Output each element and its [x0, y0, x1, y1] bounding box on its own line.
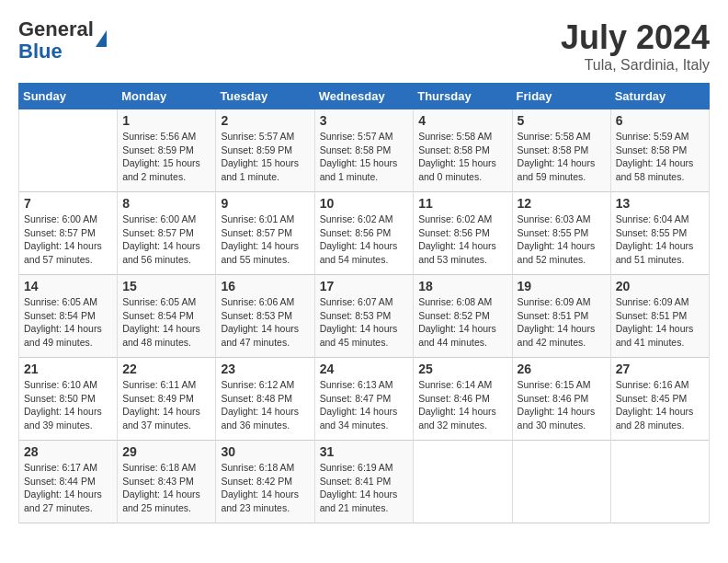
month-title: July 2024: [561, 18, 710, 57]
day-number: 23: [221, 362, 309, 376]
day-number: 8: [122, 196, 210, 211]
day-info: Sunrise: 6:17 AMSunset: 8:44 PMDaylight:…: [24, 461, 112, 515]
day-info: Sunrise: 6:01 AMSunset: 8:57 PMDaylight:…: [221, 213, 309, 267]
day-cell: 31 Sunrise: 6:19 AMSunset: 8:41 PMDaylig…: [314, 441, 414, 523]
day-number: 30: [221, 444, 309, 459]
day-cell: [19, 109, 118, 192]
day-number: 12: [518, 196, 606, 211]
day-info: Sunrise: 6:09 AMSunset: 8:51 PMDaylight:…: [616, 295, 704, 350]
day-number: 20: [616, 279, 704, 293]
day-cell: 20 Sunrise: 6:09 AMSunset: 8:51 PMDaylig…: [610, 275, 709, 358]
day-cell: 12 Sunrise: 6:03 AMSunset: 8:55 PMDaylig…: [512, 192, 610, 275]
day-cell: 7 Sunrise: 6:00 AMSunset: 8:57 PMDayligh…: [19, 192, 118, 275]
day-number: 9: [221, 196, 309, 211]
day-cell: 24 Sunrise: 6:13 AMSunset: 8:47 PMDaylig…: [314, 358, 414, 441]
day-cell: [414, 441, 512, 523]
day-number: 2: [221, 113, 309, 128]
header-monday: Monday: [118, 84, 216, 109]
day-number: 10: [320, 196, 409, 211]
day-cell: 1 Sunrise: 5:56 AMSunset: 8:59 PMDayligh…: [118, 109, 216, 192]
day-number: 11: [418, 196, 506, 211]
header-tuesday: Tuesday: [216, 84, 314, 109]
day-number: 4: [418, 113, 506, 128]
day-info: Sunrise: 5:57 AMSunset: 8:59 PMDaylight:…: [221, 130, 309, 184]
day-cell: 22 Sunrise: 6:11 AMSunset: 8:49 PMDaylig…: [118, 358, 216, 441]
day-number: 13: [616, 196, 704, 211]
day-info: Sunrise: 6:08 AMSunset: 8:52 PMDaylight:…: [418, 295, 506, 350]
header-wednesday: Wednesday: [314, 84, 414, 109]
day-info: Sunrise: 6:00 AMSunset: 8:57 PMDaylight:…: [24, 213, 112, 267]
day-info: Sunrise: 5:58 AMSunset: 8:58 PMDaylight:…: [418, 130, 506, 184]
day-info: Sunrise: 5:59 AMSunset: 8:58 PMDaylight:…: [616, 130, 704, 184]
day-info: Sunrise: 6:04 AMSunset: 8:55 PMDaylight:…: [616, 213, 704, 267]
day-info: Sunrise: 5:57 AMSunset: 8:58 PMDaylight:…: [320, 130, 409, 184]
day-number: 31: [320, 444, 409, 459]
day-info: Sunrise: 6:19 AMSunset: 8:41 PMDaylight:…: [320, 461, 409, 515]
day-cell: 25 Sunrise: 6:14 AMSunset: 8:46 PMDaylig…: [414, 358, 512, 441]
day-cell: 4 Sunrise: 5:58 AMSunset: 8:58 PMDayligh…: [414, 109, 512, 192]
day-cell: 10 Sunrise: 6:02 AMSunset: 8:56 PMDaylig…: [314, 192, 414, 275]
day-cell: [512, 441, 610, 523]
header-thursday: Thursday: [414, 84, 512, 109]
day-info: Sunrise: 6:02 AMSunset: 8:56 PMDaylight:…: [418, 213, 506, 267]
day-cell: 19 Sunrise: 6:09 AMSunset: 8:51 PMDaylig…: [512, 275, 610, 358]
day-cell: 14 Sunrise: 6:05 AMSunset: 8:54 PMDaylig…: [19, 275, 118, 358]
day-info: Sunrise: 6:07 AMSunset: 8:53 PMDaylight:…: [320, 295, 409, 350]
day-info: Sunrise: 6:13 AMSunset: 8:47 PMDaylight:…: [320, 378, 409, 432]
day-cell: 26 Sunrise: 6:15 AMSunset: 8:46 PMDaylig…: [512, 358, 610, 441]
week-row-5: 28 Sunrise: 6:17 AMSunset: 8:44 PMDaylig…: [19, 441, 710, 523]
day-info: Sunrise: 6:18 AMSunset: 8:43 PMDaylight:…: [122, 461, 210, 515]
day-cell: 2 Sunrise: 5:57 AMSunset: 8:59 PMDayligh…: [216, 109, 314, 192]
day-number: 18: [418, 279, 506, 293]
day-info: Sunrise: 6:15 AMSunset: 8:46 PMDaylight:…: [518, 378, 606, 432]
day-cell: [610, 441, 709, 523]
week-row-2: 7 Sunrise: 6:00 AMSunset: 8:57 PMDayligh…: [19, 192, 710, 275]
calendar-header-row: SundayMondayTuesdayWednesdayThursdayFrid…: [19, 84, 710, 109]
logo: General Blue: [18, 18, 107, 63]
day-info: Sunrise: 6:18 AMSunset: 8:42 PMDaylight:…: [221, 461, 309, 515]
day-cell: 30 Sunrise: 6:18 AMSunset: 8:42 PMDaylig…: [216, 441, 314, 523]
day-number: 15: [122, 279, 210, 293]
logo-general: General: [18, 17, 94, 40]
day-number: 26: [518, 362, 606, 376]
day-number: 7: [24, 196, 112, 211]
day-info: Sunrise: 6:14 AMSunset: 8:46 PMDaylight:…: [418, 378, 506, 432]
title-block: July 2024 Tula, Sardinia, Italy: [561, 18, 710, 74]
day-number: 21: [24, 362, 112, 376]
day-info: Sunrise: 6:00 AMSunset: 8:57 PMDaylight:…: [122, 213, 210, 267]
day-number: 22: [122, 362, 210, 376]
day-cell: 11 Sunrise: 6:02 AMSunset: 8:56 PMDaylig…: [414, 192, 512, 275]
day-number: 14: [24, 279, 112, 293]
day-cell: 3 Sunrise: 5:57 AMSunset: 8:58 PMDayligh…: [314, 109, 414, 192]
day-info: Sunrise: 6:10 AMSunset: 8:50 PMDaylight:…: [24, 378, 112, 432]
day-cell: 15 Sunrise: 6:05 AMSunset: 8:54 PMDaylig…: [118, 275, 216, 358]
week-row-1: 1 Sunrise: 5:56 AMSunset: 8:59 PMDayligh…: [19, 109, 710, 192]
day-number: 16: [221, 279, 309, 293]
day-number: 27: [616, 362, 704, 376]
day-info: Sunrise: 6:06 AMSunset: 8:53 PMDaylight:…: [221, 295, 309, 350]
day-info: Sunrise: 5:56 AMSunset: 8:59 PMDaylight:…: [122, 130, 210, 184]
day-number: 3: [320, 113, 409, 128]
day-info: Sunrise: 6:09 AMSunset: 8:51 PMDaylight:…: [518, 295, 606, 350]
calendar-table: SundayMondayTuesdayWednesdayThursdayFrid…: [18, 83, 710, 523]
day-number: 25: [418, 362, 506, 376]
day-number: 24: [320, 362, 409, 376]
day-info: Sunrise: 6:05 AMSunset: 8:54 PMDaylight:…: [122, 295, 210, 350]
day-number: 6: [616, 113, 704, 128]
day-info: Sunrise: 6:05 AMSunset: 8:54 PMDaylight:…: [24, 295, 112, 350]
day-cell: 8 Sunrise: 6:00 AMSunset: 8:57 PMDayligh…: [118, 192, 216, 275]
page-header: General Blue July 2024 Tula, Sardinia, I…: [18, 18, 710, 74]
week-row-4: 21 Sunrise: 6:10 AMSunset: 8:50 PMDaylig…: [19, 358, 710, 441]
day-info: Sunrise: 6:12 AMSunset: 8:48 PMDaylight:…: [221, 378, 309, 432]
day-number: 1: [122, 113, 210, 128]
day-cell: 28 Sunrise: 6:17 AMSunset: 8:44 PMDaylig…: [19, 441, 118, 523]
day-cell: 9 Sunrise: 6:01 AMSunset: 8:57 PMDayligh…: [216, 192, 314, 275]
day-cell: 17 Sunrise: 6:07 AMSunset: 8:53 PMDaylig…: [314, 275, 414, 358]
day-cell: 21 Sunrise: 6:10 AMSunset: 8:50 PMDaylig…: [19, 358, 118, 441]
day-number: 29: [122, 444, 210, 459]
logo-blue: Blue: [18, 40, 63, 63]
header-saturday: Saturday: [610, 84, 709, 109]
day-number: 5: [518, 113, 606, 128]
logo-icon: [96, 30, 107, 47]
day-cell: 6 Sunrise: 5:59 AMSunset: 8:58 PMDayligh…: [610, 109, 709, 192]
